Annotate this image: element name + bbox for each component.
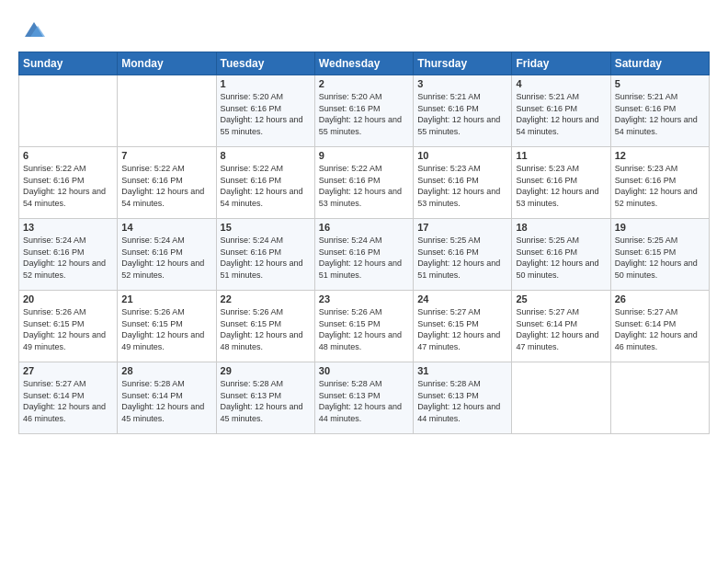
day-number: 15 bbox=[221, 222, 311, 233]
day-number: 24 bbox=[417, 293, 507, 304]
calendar-cell: 24Sunrise: 5:27 AMSunset: 6:15 PMDayligh… bbox=[414, 291, 512, 362]
day-number: 28 bbox=[121, 365, 211, 376]
day-number: 25 bbox=[516, 293, 606, 304]
page: SundayMondayTuesdayWednesdayThursdayFrid… bbox=[0, 0, 728, 563]
day-info: Sunrise: 5:23 AMSunset: 6:16 PMDaylight:… bbox=[516, 163, 606, 209]
calendar-cell: 31Sunrise: 5:28 AMSunset: 6:13 PMDayligh… bbox=[414, 362, 512, 434]
day-info: Sunrise: 5:28 AMSunset: 6:13 PMDaylight:… bbox=[417, 378, 507, 424]
day-info: Sunrise: 5:22 AMSunset: 6:16 PMDaylight:… bbox=[23, 163, 113, 209]
day-number: 16 bbox=[319, 222, 409, 233]
day-info: Sunrise: 5:27 AMSunset: 6:15 PMDaylight:… bbox=[417, 306, 507, 352]
day-number: 12 bbox=[615, 150, 705, 161]
calendar-cell: 10Sunrise: 5:23 AMSunset: 6:16 PMDayligh… bbox=[414, 147, 512, 219]
day-number: 9 bbox=[319, 150, 409, 161]
day-info: Sunrise: 5:25 AMSunset: 6:16 PMDaylight:… bbox=[516, 235, 606, 281]
calendar-cell: 8Sunrise: 5:22 AMSunset: 6:16 PMDaylight… bbox=[216, 147, 314, 219]
day-info: Sunrise: 5:23 AMSunset: 6:16 PMDaylight:… bbox=[417, 163, 507, 209]
day-number: 20 bbox=[23, 293, 113, 304]
calendar-cell: 6Sunrise: 5:22 AMSunset: 6:16 PMDaylight… bbox=[19, 147, 118, 219]
day-info: Sunrise: 5:21 AMSunset: 6:16 PMDaylight:… bbox=[516, 91, 606, 137]
day-info: Sunrise: 5:28 AMSunset: 6:14 PMDaylight:… bbox=[121, 378, 211, 424]
day-info: Sunrise: 5:21 AMSunset: 6:16 PMDaylight:… bbox=[417, 91, 507, 137]
day-info: Sunrise: 5:22 AMSunset: 6:16 PMDaylight:… bbox=[221, 163, 311, 209]
day-info: Sunrise: 5:24 AMSunset: 6:16 PMDaylight:… bbox=[121, 235, 211, 281]
day-header-saturday: Saturday bbox=[610, 52, 709, 75]
week-row-2: 6Sunrise: 5:22 AMSunset: 6:16 PMDaylight… bbox=[19, 147, 710, 219]
day-info: Sunrise: 5:24 AMSunset: 6:16 PMDaylight:… bbox=[23, 235, 113, 281]
day-number: 30 bbox=[319, 365, 409, 376]
day-number: 31 bbox=[417, 365, 507, 376]
day-info: Sunrise: 5:25 AMSunset: 6:16 PMDaylight:… bbox=[417, 235, 507, 281]
day-info: Sunrise: 5:26 AMSunset: 6:15 PMDaylight:… bbox=[23, 306, 113, 352]
calendar-cell: 18Sunrise: 5:25 AMSunset: 6:16 PMDayligh… bbox=[512, 219, 610, 291]
day-number: 17 bbox=[417, 222, 507, 233]
calendar-cell: 13Sunrise: 5:24 AMSunset: 6:16 PMDayligh… bbox=[19, 219, 118, 291]
calendar-cell: 19Sunrise: 5:25 AMSunset: 6:15 PMDayligh… bbox=[610, 219, 709, 291]
day-number: 4 bbox=[516, 78, 606, 89]
week-row-5: 27Sunrise: 5:27 AMSunset: 6:14 PMDayligh… bbox=[19, 362, 710, 434]
day-info: Sunrise: 5:26 AMSunset: 6:15 PMDaylight:… bbox=[319, 306, 409, 352]
day-header-thursday: Thursday bbox=[414, 52, 512, 75]
calendar-cell: 11Sunrise: 5:23 AMSunset: 6:16 PMDayligh… bbox=[512, 147, 610, 219]
calendar-cell bbox=[19, 75, 118, 147]
calendar-cell: 26Sunrise: 5:27 AMSunset: 6:14 PMDayligh… bbox=[610, 291, 709, 362]
day-number: 18 bbox=[516, 222, 606, 233]
calendar-cell: 7Sunrise: 5:22 AMSunset: 6:16 PMDaylight… bbox=[118, 147, 216, 219]
day-number: 13 bbox=[23, 222, 113, 233]
day-info: Sunrise: 5:27 AMSunset: 6:14 PMDaylight:… bbox=[615, 306, 705, 352]
calendar-cell bbox=[610, 362, 709, 434]
day-number: 5 bbox=[615, 78, 705, 89]
day-header-wednesday: Wednesday bbox=[314, 52, 413, 75]
day-info: Sunrise: 5:25 AMSunset: 6:15 PMDaylight:… bbox=[615, 235, 705, 281]
day-number: 11 bbox=[516, 150, 606, 161]
day-number: 3 bbox=[417, 78, 507, 89]
day-info: Sunrise: 5:20 AMSunset: 6:16 PMDaylight:… bbox=[221, 91, 311, 137]
calendar-cell: 1Sunrise: 5:20 AMSunset: 6:16 PMDaylight… bbox=[216, 75, 314, 147]
calendar-cell: 2Sunrise: 5:20 AMSunset: 6:16 PMDaylight… bbox=[314, 75, 413, 147]
calendar-cell: 30Sunrise: 5:28 AMSunset: 6:13 PMDayligh… bbox=[314, 362, 413, 434]
calendar-cell: 25Sunrise: 5:27 AMSunset: 6:14 PMDayligh… bbox=[512, 291, 610, 362]
day-number: 7 bbox=[121, 150, 211, 161]
day-number: 21 bbox=[121, 293, 211, 304]
day-number: 10 bbox=[417, 150, 507, 161]
day-number: 27 bbox=[23, 365, 113, 376]
calendar-cell: 12Sunrise: 5:23 AMSunset: 6:16 PMDayligh… bbox=[610, 147, 709, 219]
day-info: Sunrise: 5:27 AMSunset: 6:14 PMDaylight:… bbox=[516, 306, 606, 352]
calendar-cell: 14Sunrise: 5:24 AMSunset: 6:16 PMDayligh… bbox=[118, 219, 216, 291]
calendar-cell: 28Sunrise: 5:28 AMSunset: 6:14 PMDayligh… bbox=[118, 362, 216, 434]
day-info: Sunrise: 5:27 AMSunset: 6:14 PMDaylight:… bbox=[23, 378, 113, 424]
day-header-friday: Friday bbox=[512, 52, 610, 75]
day-info: Sunrise: 5:28 AMSunset: 6:13 PMDaylight:… bbox=[319, 378, 409, 424]
calendar-cell: 4Sunrise: 5:21 AMSunset: 6:16 PMDaylight… bbox=[512, 75, 610, 147]
calendar-table: SundayMondayTuesdayWednesdayThursdayFrid… bbox=[18, 52, 710, 434]
calendar-cell: 20Sunrise: 5:26 AMSunset: 6:15 PMDayligh… bbox=[19, 291, 118, 362]
day-number: 6 bbox=[23, 150, 113, 161]
day-info: Sunrise: 5:24 AMSunset: 6:16 PMDaylight:… bbox=[319, 235, 409, 281]
calendar-cell: 27Sunrise: 5:27 AMSunset: 6:14 PMDayligh… bbox=[19, 362, 118, 434]
day-info: Sunrise: 5:22 AMSunset: 6:16 PMDaylight:… bbox=[121, 163, 211, 209]
calendar-cell bbox=[512, 362, 610, 434]
day-number: 26 bbox=[615, 293, 705, 304]
calendar-cell: 21Sunrise: 5:26 AMSunset: 6:15 PMDayligh… bbox=[118, 291, 216, 362]
day-info: Sunrise: 5:26 AMSunset: 6:15 PMDaylight:… bbox=[221, 306, 311, 352]
calendar-cell: 15Sunrise: 5:24 AMSunset: 6:16 PMDayligh… bbox=[216, 219, 314, 291]
calendar-cell: 17Sunrise: 5:25 AMSunset: 6:16 PMDayligh… bbox=[414, 219, 512, 291]
day-number: 2 bbox=[319, 78, 409, 89]
day-info: Sunrise: 5:26 AMSunset: 6:15 PMDaylight:… bbox=[121, 306, 211, 352]
day-number: 29 bbox=[221, 365, 311, 376]
day-header-tuesday: Tuesday bbox=[216, 52, 314, 75]
day-info: Sunrise: 5:22 AMSunset: 6:16 PMDaylight:… bbox=[319, 163, 409, 209]
day-info: Sunrise: 5:28 AMSunset: 6:13 PMDaylight:… bbox=[221, 378, 311, 424]
logo-icon bbox=[21, 17, 47, 42]
week-row-4: 20Sunrise: 5:26 AMSunset: 6:15 PMDayligh… bbox=[19, 291, 710, 362]
day-number: 19 bbox=[615, 222, 705, 233]
day-number: 23 bbox=[319, 293, 409, 304]
logo bbox=[18, 17, 47, 42]
header-row: SundayMondayTuesdayWednesdayThursdayFrid… bbox=[19, 52, 710, 75]
day-info: Sunrise: 5:21 AMSunset: 6:16 PMDaylight:… bbox=[615, 91, 705, 137]
header bbox=[18, 17, 710, 42]
day-number: 14 bbox=[121, 222, 211, 233]
calendar-cell: 5Sunrise: 5:21 AMSunset: 6:16 PMDaylight… bbox=[610, 75, 709, 147]
day-info: Sunrise: 5:24 AMSunset: 6:16 PMDaylight:… bbox=[221, 235, 311, 281]
day-info: Sunrise: 5:23 AMSunset: 6:16 PMDaylight:… bbox=[615, 163, 705, 209]
